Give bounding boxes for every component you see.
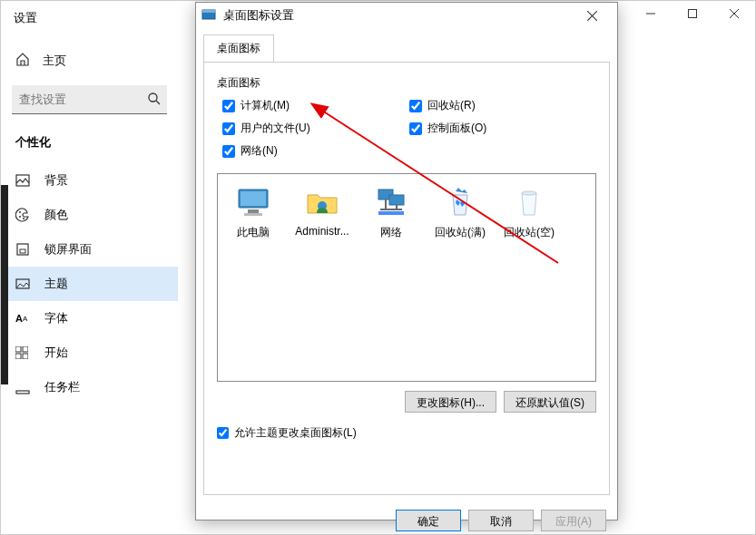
apply-button[interactable]: 应用(A) — [541, 510, 606, 531]
sidebar-item-label: 开始 — [44, 345, 68, 361]
svg-rect-24 — [248, 209, 259, 213]
sidebar-item-background[interactable]: 背景 — [1, 163, 178, 198]
checkbox-userfiles-input[interactable] — [222, 122, 235, 135]
svg-point-4 — [149, 93, 157, 102]
icon-this-pc[interactable]: 此电脑 — [225, 185, 281, 240]
close-button[interactable] — [713, 1, 755, 26]
maximize-button[interactable] — [672, 1, 713, 26]
sidebar-item-taskbar[interactable]: 任务栏 — [1, 370, 178, 404]
dialog-title-icon — [201, 8, 216, 23]
sidebar-item-lockscreen[interactable]: 锁屏界面 — [1, 232, 178, 267]
icon-recycle-full[interactable]: 回收站(满) — [432, 185, 488, 240]
network-icon — [372, 185, 410, 219]
svg-point-33 — [522, 191, 536, 195]
lockscreen-icon — [15, 242, 32, 257]
home-label: 主页 — [43, 53, 66, 69]
sidebar-item-label: 背景 — [44, 172, 68, 189]
restore-default-button[interactable]: 还原默认值(S) — [504, 391, 596, 413]
checkbox-recycle-input[interactable] — [409, 100, 422, 112]
svg-rect-1 — [689, 10, 697, 18]
background-icon — [15, 173, 32, 188]
dialog-titlebar: 桌面图标设置 — [196, 3, 617, 28]
sidebar: 主页 个性化 背景 颜色 锁屏界面 — [1, 35, 178, 535]
desktop-icon-dialog: 桌面图标设置 桌面图标 桌面图标 计算机(M) 回收站(R) 用户的文件(U) … — [195, 2, 618, 520]
search-input[interactable] — [12, 85, 167, 114]
checkbox-control[interactable]: 控制面板(O) — [409, 121, 596, 136]
dark-strip — [1, 185, 8, 384]
dialog-title: 桌面图标设置 — [223, 7, 294, 24]
sidebar-item-start[interactable]: 开始 — [1, 336, 178, 370]
sidebar-item-label: 主题 — [44, 276, 68, 292]
cancel-button[interactable]: 取消 — [468, 510, 534, 531]
search-wrap — [12, 85, 167, 114]
svg-rect-11 — [20, 249, 25, 253]
svg-point-9 — [23, 218, 25, 219]
start-icon — [15, 346, 32, 359]
tab-bar: 桌面图标 — [196, 28, 617, 62]
svg-line-5 — [156, 101, 160, 104]
tab-panel: 桌面图标 计算机(M) 回收站(R) 用户的文件(U) 控制面板(O) 网络(N… — [203, 62, 610, 495]
fonts-icon: AА — [15, 313, 32, 324]
themes-icon — [15, 277, 32, 291]
svg-point-7 — [19, 211, 21, 213]
sidebar-item-label: 任务栏 — [44, 379, 80, 395]
svg-rect-17 — [16, 391, 29, 394]
home-icon — [15, 52, 32, 69]
search-icon — [147, 92, 162, 109]
sidebar-item-fonts[interactable]: AА 字体 — [1, 301, 178, 336]
colors-icon — [15, 208, 32, 222]
home-button[interactable]: 主页 — [1, 44, 178, 80]
checkbox-recycle[interactable]: 回收站(R) — [409, 98, 596, 113]
user-files-icon — [303, 185, 341, 219]
ok-button[interactable]: 确定 — [396, 510, 461, 531]
allow-theme-checkbox[interactable]: 允许主题更改桌面图标(L) — [217, 425, 596, 441]
svg-rect-13 — [15, 346, 21, 352]
sidebar-item-themes[interactable]: 主题 — [1, 267, 178, 301]
dialog-footer: 确定 取消 应用(A) — [196, 502, 617, 535]
recycle-full-icon — [441, 185, 479, 219]
group-label: 桌面图标 — [217, 75, 596, 91]
window-controls — [630, 1, 755, 26]
sidebar-item-label: 字体 — [44, 310, 68, 326]
icon-preview-box: 此电脑 Administr... 网络 回收站(满) 回收站(空) — [217, 173, 596, 382]
svg-rect-14 — [23, 346, 28, 352]
svg-rect-28 — [389, 195, 404, 205]
icon-recycle-empty[interactable]: 回收站(空) — [501, 185, 557, 240]
checkbox-computer[interactable]: 计算机(M) — [222, 98, 409, 113]
icon-label: 此电脑 — [225, 225, 281, 240]
tab-desktop-icons[interactable]: 桌面图标 — [203, 34, 274, 63]
svg-point-8 — [19, 216, 21, 218]
section-header: 个性化 — [1, 131, 178, 163]
taskbar-icon — [15, 380, 32, 394]
minimize-button[interactable] — [630, 1, 672, 26]
sidebar-item-colors[interactable]: 颜色 — [1, 198, 178, 232]
svg-rect-16 — [23, 354, 28, 359]
icon-label: 回收站(空) — [501, 225, 557, 240]
icon-label: Administr... — [294, 225, 350, 238]
this-pc-icon — [234, 185, 272, 219]
sidebar-item-label: 锁屏界面 — [44, 241, 92, 258]
svg-rect-32 — [378, 211, 404, 215]
settings-title: 设置 — [14, 11, 37, 24]
svg-rect-23 — [241, 191, 266, 206]
change-icon-button[interactable]: 更改图标(H)... — [405, 391, 496, 413]
icon-label: 回收站(满) — [432, 225, 488, 240]
sidebar-item-label: 颜色 — [44, 207, 68, 223]
checkbox-computer-input[interactable] — [222, 100, 235, 112]
checkbox-control-input[interactable] — [409, 122, 422, 135]
checkbox-network[interactable]: 网络(N) — [222, 143, 409, 159]
icon-network[interactable]: 网络 — [363, 185, 419, 240]
recycle-empty-icon — [510, 185, 548, 219]
icon-user-files[interactable]: Administr... — [294, 185, 350, 238]
icon-label: 网络 — [363, 225, 419, 240]
svg-rect-25 — [244, 213, 262, 216]
checkbox-network-input[interactable] — [222, 145, 235, 158]
svg-rect-19 — [202, 10, 215, 13]
allow-theme-input[interactable] — [217, 427, 229, 439]
svg-rect-15 — [15, 354, 21, 359]
dialog-close-button[interactable] — [572, 3, 612, 28]
checkbox-userfiles[interactable]: 用户的文件(U) — [222, 121, 409, 136]
